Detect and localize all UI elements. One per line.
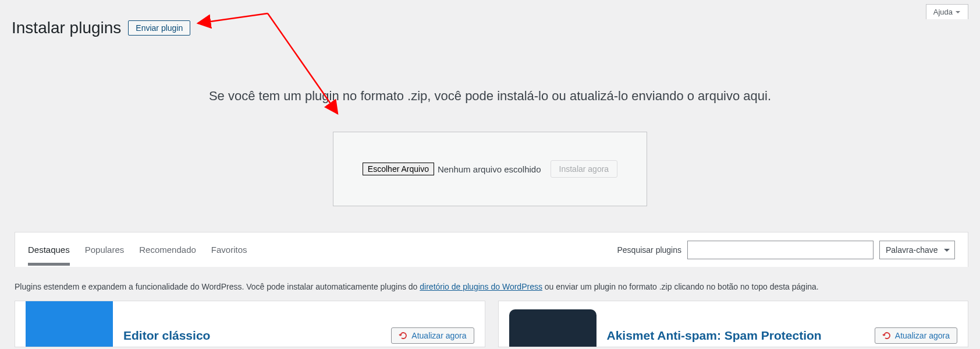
filter-tabs: Destaques Populares Recomendado Favorito…	[28, 234, 617, 265]
search-input[interactable]	[687, 241, 874, 259]
choose-file-button[interactable]: Escolher Arquivo	[363, 163, 434, 175]
plugin-card: Akismet Anti-spam: Spam Protection Atual…	[498, 301, 969, 347]
desc-post: ou enviar um plugin no formato .zip clic…	[542, 282, 819, 291]
upload-intro-text: Se você tem um plugin no formato .zip, v…	[0, 89, 980, 104]
plugin-card: Editor clássico Atualizar agora	[15, 301, 485, 347]
keyword-select-label: Palavra-chave	[886, 245, 938, 255]
help-tab[interactable]: Ajuda	[926, 4, 968, 19]
upload-plugin-button[interactable]: Enviar plugin	[128, 20, 190, 36]
page-title: Instalar plugins	[12, 17, 121, 38]
page-header: Instalar plugins Enviar plugin	[0, 0, 980, 38]
plugins-description: Plugins estendem e expandem a funcionali…	[15, 282, 965, 291]
chevron-down-icon	[955, 9, 961, 15]
plugin-cards: Editor clássico Atualizar agora Akismet …	[15, 301, 968, 347]
tab-favorites[interactable]: Favoritos	[211, 234, 247, 265]
no-file-text: Nenhum arquivo escolhido	[438, 164, 541, 174]
upload-box: Escolher Arquivo Nenhum arquivo escolhid…	[333, 132, 647, 206]
keyword-select[interactable]: Palavra-chave	[879, 241, 955, 259]
search-area: Pesquisar plugins Palavra-chave	[617, 241, 955, 259]
refresh-icon	[882, 331, 892, 340]
filter-bar: Destaques Populares Recomendado Favorito…	[15, 232, 968, 267]
plugin-title[interactable]: Akismet Anti-spam: Spam Protection	[607, 329, 864, 343]
update-label: Atualizar agora	[411, 331, 466, 340]
plugin-thumbnail	[509, 309, 596, 347]
help-label: Ajuda	[933, 8, 953, 16]
refresh-icon	[399, 331, 408, 340]
tab-featured[interactable]: Destaques	[28, 234, 70, 265]
plugin-thumbnail	[26, 301, 113, 347]
install-now-button: Instalar agora	[551, 160, 618, 178]
chevron-down-icon	[943, 246, 951, 254]
plugin-title[interactable]: Editor clássico	[123, 329, 381, 343]
wp-plugin-directory-link[interactable]: diretório de plugins do WordPress	[420, 282, 542, 291]
desc-pre: Plugins estendem e expandem a funcionali…	[15, 282, 420, 291]
update-label: Atualizar agora	[895, 331, 950, 340]
tab-popular[interactable]: Populares	[85, 234, 125, 265]
update-now-button[interactable]: Atualizar agora	[391, 327, 474, 344]
update-now-button[interactable]: Atualizar agora	[875, 327, 957, 344]
tab-recommended[interactable]: Recomendado	[139, 234, 196, 265]
search-label: Pesquisar plugins	[617, 245, 681, 255]
